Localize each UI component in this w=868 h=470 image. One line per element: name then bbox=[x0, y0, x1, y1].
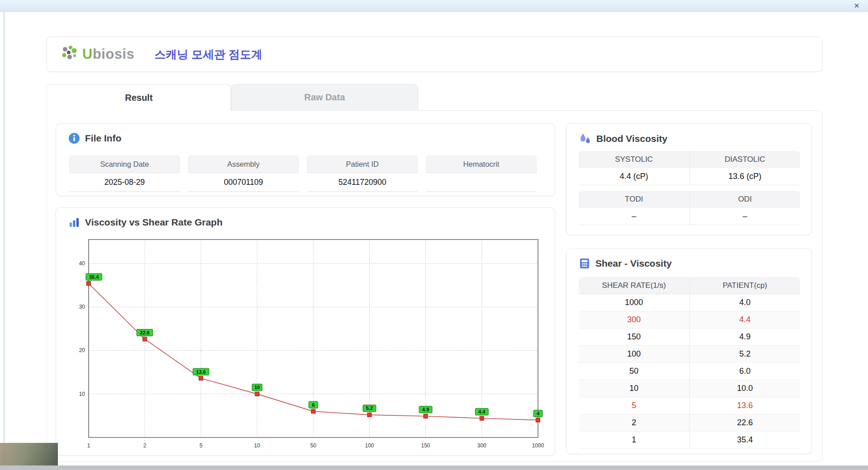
systolic-value: 4.4 (cP) bbox=[579, 168, 690, 185]
water-drops-icon bbox=[579, 132, 591, 145]
header-card: Ubiosis 스캐닝 모세관 점도계 bbox=[47, 37, 823, 72]
shear-table-row: 222.6 bbox=[579, 414, 800, 432]
shear-table-row: 1504.9 bbox=[579, 329, 800, 346]
svg-text:35.4: 35.4 bbox=[89, 274, 99, 280]
brand-u: U bbox=[82, 46, 93, 62]
svg-text:150: 150 bbox=[421, 442, 430, 449]
blood-viscosity-card: Blood Viscosity SYSTOLIC DIASTOLIC 4.4 (… bbox=[566, 123, 812, 235]
shear-rate-cell: 2 bbox=[579, 414, 690, 431]
graph-title: Viscosity vs Shear Rate Graph bbox=[85, 217, 222, 228]
odi-value: – bbox=[690, 208, 801, 225]
logo-dot-cluster-icon bbox=[59, 45, 80, 64]
svg-text:10: 10 bbox=[254, 442, 260, 449]
app-title: 스캐닝 모세관 점도계 bbox=[154, 47, 262, 62]
patient-viscosity-cell: 35.4 bbox=[690, 432, 801, 448]
bv-gap bbox=[579, 185, 800, 191]
file-info-fields: Scanning Date 2025-08-29 Assembly 000701… bbox=[69, 155, 537, 192]
file-info-title: File Info bbox=[85, 133, 122, 144]
bv-value-row: – – bbox=[579, 208, 800, 225]
shear-table-row: 513.6 bbox=[579, 397, 800, 414]
todi-value: – bbox=[579, 208, 690, 225]
app-window: ✕ Ubiosis 스캐닝 모세관 점도계 Result bbox=[0, 0, 868, 470]
shear-table-row: 3004.4 bbox=[579, 311, 800, 329]
svg-text:4: 4 bbox=[537, 411, 540, 416]
field-label: Patient ID bbox=[307, 155, 418, 173]
patient-viscosity-cell: 4.4 bbox=[690, 311, 801, 328]
svg-text:6: 6 bbox=[312, 402, 315, 408]
svg-text:20: 20 bbox=[79, 347, 85, 353]
brand-rest: biosis bbox=[93, 46, 135, 62]
patient-viscosity-cell: 6.0 bbox=[690, 363, 801, 380]
svg-text:2: 2 bbox=[143, 442, 146, 449]
svg-text:22.6: 22.6 bbox=[140, 330, 150, 335]
svg-text:30: 30 bbox=[79, 304, 85, 310]
diastolic-label: DIASTOLIC bbox=[690, 151, 801, 168]
svg-text:50: 50 bbox=[310, 442, 316, 449]
systolic-label: SYSTOLIC bbox=[579, 151, 690, 168]
calculator-icon bbox=[579, 258, 590, 269]
svg-text:4.4: 4.4 bbox=[478, 409, 486, 414]
shear-rate-cell: 50 bbox=[579, 363, 690, 380]
tab-result-label: Result bbox=[125, 93, 152, 103]
field-value: 000701109 bbox=[188, 173, 299, 192]
col-shear-rate: SHEAR RATE(1/s) bbox=[579, 277, 690, 294]
svg-text:5.2: 5.2 bbox=[366, 405, 373, 411]
bar-chart-icon bbox=[68, 216, 80, 228]
shear-rate-cell: 1000 bbox=[579, 294, 690, 311]
graph-card: Viscosity vs Shear Rate Graph 1020304035… bbox=[56, 207, 555, 456]
field-patient-id: Patient ID 52411720900 bbox=[307, 155, 418, 192]
field-label: Hematocrit bbox=[426, 155, 537, 173]
shear-table-header: SHEAR RATE(1/s) PATIENT(cp) bbox=[579, 277, 800, 294]
viscosity-shear-chart: 1020304035.422.613.61065.24.94.441251050… bbox=[67, 234, 546, 451]
field-label: Assembly bbox=[188, 155, 299, 173]
shear-table-row: 1005.2 bbox=[579, 346, 800, 363]
shear-table-row: 506.0 bbox=[579, 363, 800, 380]
brand-text: Ubiosis bbox=[82, 46, 134, 62]
shear-rate-cell: 150 bbox=[579, 329, 690, 345]
window-left-edge bbox=[4, 0, 5, 470]
patient-viscosity-cell: 5.2 bbox=[690, 346, 801, 362]
field-value bbox=[426, 173, 537, 192]
svg-text:40: 40 bbox=[79, 260, 85, 267]
field-value: 2025-08-29 bbox=[69, 173, 180, 192]
shear-rate-cell: 10 bbox=[579, 380, 690, 397]
patient-viscosity-cell: 4.0 bbox=[690, 294, 801, 311]
shear-rate-cell: 1 bbox=[579, 432, 690, 448]
close-button[interactable]: ✕ bbox=[852, 1, 862, 10]
odi-label: ODI bbox=[690, 191, 801, 208]
svg-text:10: 10 bbox=[255, 385, 260, 390]
result-panel: File Info Scanning Date 2025-08-29 Assem… bbox=[47, 110, 823, 462]
titlebar: ✕ bbox=[0, 0, 868, 12]
shear-table-row: 135.4 bbox=[579, 432, 800, 449]
svg-text:1000: 1000 bbox=[532, 442, 544, 449]
ubiosis-logo: Ubiosis bbox=[59, 45, 134, 64]
diastolic-value: 13.6 (cP) bbox=[690, 168, 801, 185]
todi-label: TODI bbox=[579, 191, 690, 208]
shear-rate-cell: 5 bbox=[579, 397, 690, 414]
col-patient: PATIENT(cp) bbox=[690, 277, 801, 294]
field-label: Scanning Date bbox=[69, 155, 180, 173]
shear-rate-cell: 300 bbox=[579, 311, 690, 328]
tab-raw-data-label: Raw Data bbox=[304, 92, 345, 103]
patient-viscosity-cell: 10.0 bbox=[690, 380, 801, 397]
bv-header-row: SYSTOLIC DIASTOLIC bbox=[579, 151, 800, 168]
field-hematocrit: Hematocrit bbox=[426, 155, 537, 192]
bv-value-row: 4.4 (cP) 13.6 (cP) bbox=[579, 168, 800, 185]
info-icon bbox=[68, 132, 80, 144]
patient-viscosity-cell: 22.6 bbox=[690, 414, 801, 431]
patient-viscosity-cell: 4.9 bbox=[690, 329, 801, 345]
tab-raw-data[interactable]: Raw Data bbox=[231, 84, 418, 110]
close-icon: ✕ bbox=[854, 2, 860, 10]
shear-viscosity-table: SHEAR RATE(1/s) PATIENT(cp) 10004.03004.… bbox=[579, 277, 800, 449]
shear-viscosity-title: Shear - Viscosity bbox=[595, 258, 672, 269]
shear-rate-cell: 100 bbox=[579, 346, 690, 362]
shear-viscosity-card: Shear - Viscosity SHEAR RATE(1/s) PATIEN… bbox=[566, 249, 812, 454]
shear-viscosity-header: Shear - Viscosity bbox=[566, 249, 811, 269]
blood-viscosity-grid: SYSTOLIC DIASTOLIC 4.4 (cP) 13.6 (cP) TO… bbox=[579, 151, 800, 225]
shear-table-row: 1010.0 bbox=[579, 380, 800, 397]
blood-viscosity-header: Blood Viscosity bbox=[566, 124, 811, 145]
file-info-header: File Info bbox=[56, 124, 555, 144]
tab-result[interactable]: Result bbox=[47, 84, 231, 111]
shear-table-row: 10004.0 bbox=[579, 294, 800, 311]
shear-table-body: 10004.03004.41504.91005.2506.01010.0513.… bbox=[579, 294, 800, 449]
